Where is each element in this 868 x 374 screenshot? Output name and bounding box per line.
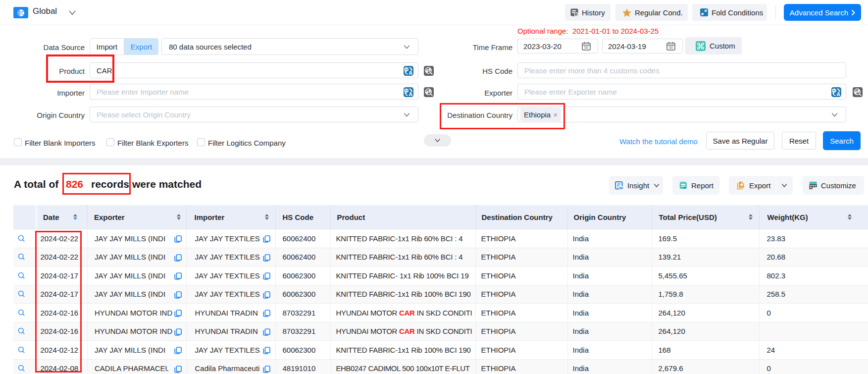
- svg-text:BI: BI: [619, 186, 623, 190]
- svg-text:A: A: [836, 91, 840, 97]
- svg-text:A: A: [408, 70, 412, 76]
- svg-text:A: A: [408, 91, 412, 97]
